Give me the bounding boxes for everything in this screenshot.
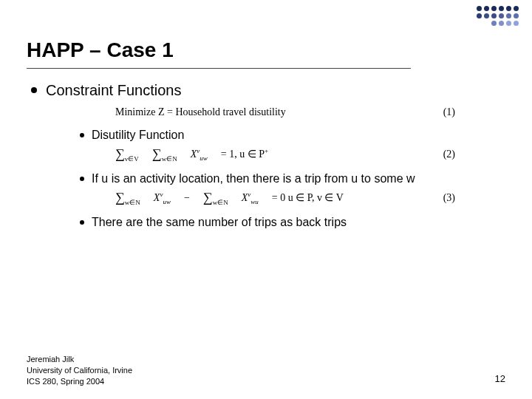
footer-line-2: University of California, Irvine: [27, 365, 132, 376]
decorative-dots: [477, 6, 519, 26]
dot-icon: [499, 13, 504, 18]
dot-icon: [477, 21, 482, 26]
dot-icon: [506, 6, 511, 11]
eq2-sub: uw: [200, 154, 208, 162]
footer: Jeremiah Jilk University of California, …: [27, 354, 132, 387]
eq3-var-b: X: [242, 192, 248, 203]
bullet-3: There are the same number of trips as ba…: [80, 216, 505, 229]
dot-icon: [477, 6, 482, 11]
eq3-sup-a: v: [160, 191, 163, 198]
section-row: Constraint Functions: [31, 82, 505, 99]
slide: HAPP – Case 1 Constraint Functions Minim…: [0, 0, 532, 399]
equation-2: ∑v∈V ∑w∈N Xvuw = 1, u ∈ P+ (2): [115, 146, 505, 162]
eq3-minus: −: [184, 192, 190, 204]
eq2-sup: v: [197, 147, 200, 154]
eq3-sup-b: v: [248, 191, 250, 198]
section-label: Constraint Functions: [46, 82, 181, 99]
dot-icon: [499, 21, 504, 26]
bullet-1-text: Disutility Function: [92, 129, 184, 142]
dot-icon: [514, 6, 519, 11]
dot-icon: [477, 13, 482, 18]
bullet-icon: [80, 220, 84, 225]
dot-icon: [491, 6, 497, 11]
eq3-sub-b: wu: [250, 198, 259, 205]
dot-icon: [491, 21, 497, 26]
dot-icon: [484, 6, 489, 11]
bullet-icon: [80, 177, 84, 181]
equation-1: Minimize Z = Household travel disutility…: [115, 106, 505, 118]
dot-icon: [506, 21, 511, 26]
dot-icon: [506, 13, 511, 18]
bullet-icon: [80, 133, 84, 137]
equation-2-number: (2): [443, 149, 455, 160]
bullet-icon: [31, 87, 37, 93]
bullet-1: Disutility Function: [80, 129, 505, 142]
eq1-body: Minimize Z = Household travel disutility: [115, 106, 286, 118]
bullet-3-text: There are the same number of trips as ba…: [92, 216, 347, 229]
dot-icon: [491, 13, 497, 18]
eq3-rhs: = 0 u ∈ P, v ∈ V: [272, 191, 344, 204]
dot-icon: [484, 13, 489, 18]
eq3-sub2: w∈N: [213, 199, 228, 206]
dot-icon: [499, 6, 504, 11]
eq2-sub2: w∈N: [162, 155, 177, 163]
footer-line-3: ICS 280, Spring 2004: [27, 376, 132, 387]
dot-icon: [484, 21, 489, 26]
equation-1-text: Minimize Z = Household travel disutility: [115, 106, 286, 118]
equation-3: ∑w∈N Xvuw − ∑w∈N Xvwu = 0 u ∈ P, v ∈ V (…: [115, 190, 505, 205]
equation-3-number: (3): [443, 192, 455, 204]
dot-icon: [514, 13, 519, 18]
eq3-sub1: w∈N: [125, 199, 140, 206]
equation-1-number: (1): [443, 106, 455, 118]
footer-line-1: Jeremiah Jilk: [27, 354, 132, 365]
page-number: 12: [495, 373, 505, 384]
eq2-rhs-sup: +: [265, 147, 268, 154]
eq2-var: X: [191, 149, 197, 160]
equation-2-body: ∑v∈V ∑w∈N Xvuw = 1, u ∈ P+: [115, 146, 268, 162]
bullet-2: If u is an activity location, then there…: [80, 172, 505, 185]
eq2-sub1: v∈V: [125, 155, 139, 163]
dot-icon: [514, 21, 519, 26]
bullet-2-text: If u is an activity location, then there…: [92, 172, 415, 185]
slide-title: HAPP – Case 1: [27, 15, 411, 69]
equation-3-body: ∑w∈N Xvuw − ∑w∈N Xvwu = 0 u ∈ P, v ∈ V: [115, 190, 344, 205]
eq2-rhs: = 1, u ∈ P: [221, 149, 265, 160]
eq3-sub-a: uw: [163, 198, 171, 205]
